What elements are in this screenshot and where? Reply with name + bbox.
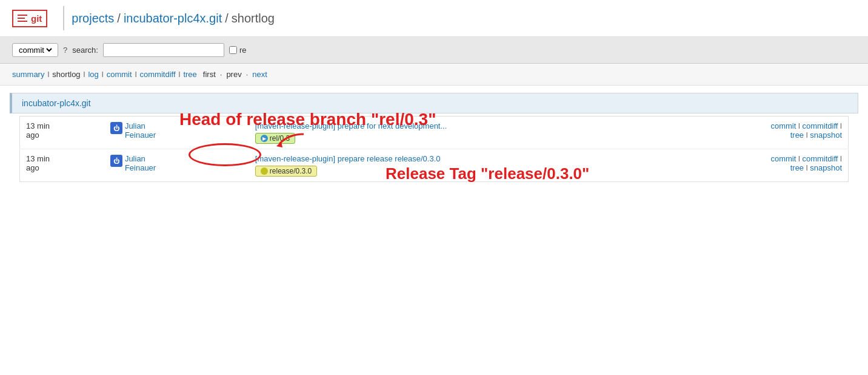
tags-row: ▶ rel/0.3 bbox=[255, 133, 649, 144]
search-type-select[interactable]: commit author grep bbox=[16, 45, 54, 55]
nav-dot: · bbox=[220, 70, 222, 79]
commits-wrapper: Head of release branch "rel/0.3" Release… bbox=[10, 116, 858, 182]
logo-line bbox=[18, 15, 27, 16]
branch-tag-icon: ▶ bbox=[261, 135, 268, 142]
search-bar: commit author grep ? search: re bbox=[0, 37, 868, 64]
commit-time: 13 min ago bbox=[20, 149, 104, 182]
nav-current-page: shortlog bbox=[232, 12, 275, 25]
main-content: incubator-plc4x.git Head of release bran… bbox=[0, 93, 868, 182]
git-logo-box: git bbox=[12, 10, 47, 27]
nav-sep: l bbox=[84, 70, 85, 79]
action-snapshot-link[interactable]: snapshot bbox=[810, 163, 842, 172]
nav-repo-link[interactable]: incubator-plc4x.git bbox=[124, 12, 222, 25]
commit-author-cell: ⏻ JulianFeinauer bbox=[104, 149, 249, 182]
action-links-cell: commit l commitdiff l tree l snapshot bbox=[655, 117, 849, 149]
tags-row: release/0.3.0 bbox=[255, 166, 649, 177]
nav-summary-link[interactable]: summary bbox=[12, 70, 44, 79]
action-tree-link[interactable]: tree bbox=[790, 163, 804, 172]
commit-msg-col: [maven-release-plugin] prepare for next … bbox=[255, 121, 649, 144]
nav-tree-link[interactable]: tree bbox=[183, 70, 196, 79]
action-sep: l bbox=[840, 154, 842, 163]
action-links-cell: commit l commitdiff l tree l snapshot bbox=[655, 149, 849, 182]
nav-commit-link[interactable]: commit bbox=[107, 70, 132, 79]
table-row: 13 min ago ⏻ JulianFeinauer [maven-relea… bbox=[20, 117, 849, 149]
action-commit-link[interactable]: commit bbox=[770, 154, 796, 163]
commit-author-cell: ⏻ JulianFeinauer bbox=[104, 117, 249, 149]
nav-sep: l bbox=[102, 70, 104, 79]
repo-name-link[interactable]: incubator-plc4x.git bbox=[22, 98, 91, 108]
author-link[interactable]: JulianFeinauer bbox=[125, 121, 156, 140]
action-commit-link[interactable]: commit bbox=[770, 121, 796, 130]
header-nav: projects / incubator-plc4x.git / shortlo… bbox=[72, 12, 275, 25]
page-header: git projects / incubator-plc4x.git / sho… bbox=[0, 0, 868, 37]
nav-next-link[interactable]: next bbox=[252, 70, 267, 79]
nav-projects-link[interactable]: projects bbox=[72, 12, 114, 25]
commit-message-link[interactable]: [maven-release-plugin] prepare release r… bbox=[255, 154, 441, 163]
commit-time-ago: ago bbox=[26, 163, 39, 172]
commit-time-value: 13 min bbox=[26, 121, 50, 130]
table-row: 13 min ago ⏻ JulianFeinauer [maven-relea… bbox=[20, 149, 849, 182]
search-help-icon[interactable]: ? bbox=[63, 46, 67, 55]
commit-msg-col: [maven-release-plugin] prepare release r… bbox=[255, 154, 649, 177]
author-col: ⏻ JulianFeinauer bbox=[110, 121, 243, 140]
commit-message-cell: [maven-release-plugin] prepare release r… bbox=[249, 149, 655, 182]
branch-tag-label: rel/0.3 bbox=[270, 134, 290, 143]
nav-first-label: first bbox=[203, 70, 216, 79]
re-checkbox[interactable] bbox=[229, 46, 237, 54]
repo-section: incubator-plc4x.git bbox=[10, 93, 858, 113]
action-sep: l bbox=[840, 121, 842, 130]
nav-shortlog-current: shortlog bbox=[52, 70, 80, 79]
nav-sep: l bbox=[135, 70, 137, 79]
author-icon: ⏻ bbox=[110, 122, 122, 134]
header-separator bbox=[63, 6, 64, 30]
git-logo-text: git bbox=[31, 13, 42, 24]
nav-dot: · bbox=[246, 70, 249, 79]
release-tag-label: release/0.3.0 bbox=[270, 167, 312, 175]
re-label: re bbox=[239, 46, 247, 55]
commits-table: 13 min ago ⏻ JulianFeinauer [maven-relea… bbox=[19, 116, 849, 182]
logo-line bbox=[18, 18, 25, 19]
logo-line bbox=[18, 21, 27, 22]
search-input[interactable] bbox=[103, 43, 224, 57]
git-logo-lines bbox=[18, 15, 27, 22]
nav-sep: l bbox=[47, 70, 49, 79]
action-commitdiff-link[interactable]: commitdiff bbox=[802, 121, 838, 130]
commit-time: 13 min ago bbox=[20, 117, 104, 149]
git-logo: git bbox=[12, 10, 47, 27]
action-commitdiff-link[interactable]: commitdiff bbox=[802, 154, 838, 163]
author-icon: ⏻ bbox=[110, 155, 122, 167]
commit-message-link[interactable]: [maven-release-plugin] prepare for next … bbox=[255, 121, 447, 130]
nav-log-link[interactable]: log bbox=[88, 70, 98, 79]
nav-sep-1: / bbox=[117, 12, 121, 25]
author-link[interactable]: JulianFeinauer bbox=[125, 154, 156, 172]
nav-sep-2: / bbox=[225, 12, 229, 25]
commit-time-value: 13 min bbox=[26, 154, 50, 163]
action-snapshot-link[interactable]: snapshot bbox=[810, 130, 842, 140]
action-tree-link[interactable]: tree bbox=[790, 130, 804, 140]
nav-sep: l bbox=[179, 70, 181, 79]
re-checkbox-group: re bbox=[229, 46, 247, 55]
commit-time-ago: ago bbox=[26, 130, 39, 140]
author-col: ⏻ JulianFeinauer bbox=[110, 154, 243, 172]
nav-prev-label: prev bbox=[226, 70, 241, 79]
release-tag-badge: release/0.3.0 bbox=[255, 166, 317, 177]
release-tag-icon bbox=[261, 167, 268, 175]
nav-links-bar: summary l shortlog l log l commit l comm… bbox=[0, 64, 868, 86]
commit-message-cell: [maven-release-plugin] prepare for next … bbox=[249, 117, 655, 149]
branch-tag-badge: ▶ rel/0.3 bbox=[255, 133, 295, 144]
search-label: search: bbox=[72, 46, 98, 55]
search-type-select-wrapper[interactable]: commit author grep bbox=[12, 43, 58, 57]
nav-commitdiff-link[interactable]: commitdiff bbox=[140, 70, 176, 79]
